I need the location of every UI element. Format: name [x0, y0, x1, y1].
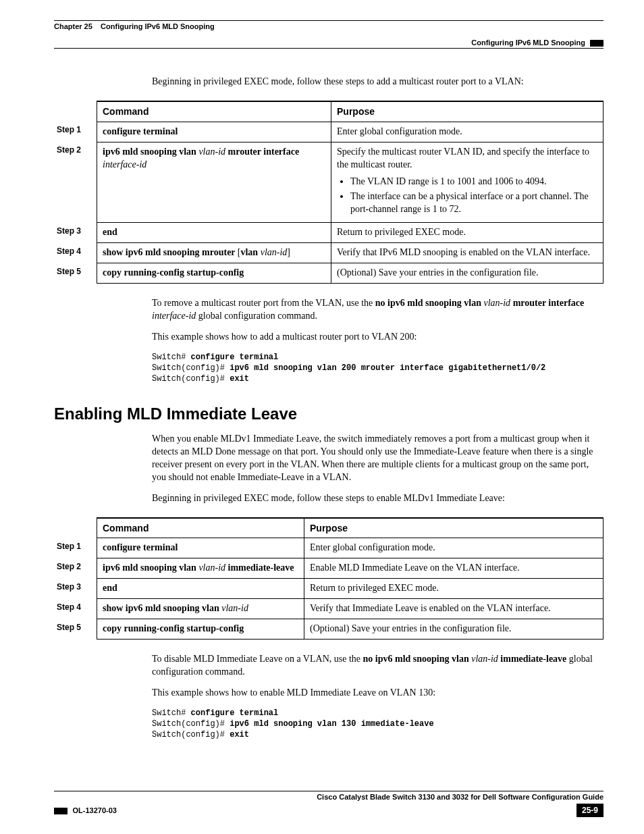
command-text: copy running-config startup-config [103, 267, 244, 278]
code-example-1: Switch# configure terminal Switch(config… [152, 352, 603, 385]
step-header-blank [54, 518, 97, 538]
table-row: Step 4 show ipv6 mld snooping mrouter [v… [54, 243, 603, 263]
command-text: copy running-config startup-config [103, 623, 244, 633]
code-prompt: Switch(config)# [152, 730, 230, 739]
intro-paragraph: Beginning in privileged EXEC mode, follo… [152, 492, 603, 505]
purpose-cell: Verify that IPv6 MLD snooping is enabled… [331, 243, 603, 263]
remove-paragraph: To remove a multicast router port from t… [152, 297, 603, 323]
bold-text: mrouter interface [513, 298, 585, 308]
after-table-1: To remove a multicast router port from t… [152, 297, 603, 384]
table-row: Step 2 ipv6 mld snooping vlan vlan-id im… [54, 558, 603, 579]
footer-guide-title: Cisco Catalyst Blade Switch 3130 and 303… [54, 793, 603, 801]
purpose-text: Specify the multicast router VLAN ID, an… [337, 147, 589, 170]
command-arg: vlan-id [221, 603, 248, 613]
command-arg: vlan-id [198, 563, 225, 573]
svg-rect-2 [54, 808, 58, 814]
purpose-cell: Enter global configuration mode. [331, 122, 603, 142]
command-text: mrouter interface [225, 147, 299, 157]
example-intro: This example shows how to add a multicas… [152, 331, 603, 344]
step-label: Step 3 [54, 579, 97, 599]
page-footer: Cisco Catalyst Blade Switch 3130 and 303… [54, 791, 603, 817]
italic-text: vlan-id [469, 654, 501, 664]
command-cell: copy running-config startup-config [97, 263, 331, 284]
top-rule [54, 20, 603, 21]
chapter-title: Configuring IPv6 MLD Snooping [101, 22, 215, 30]
bold-text: no ipv6 mld snooping vlan [375, 298, 481, 308]
intro-text-2: When you enable MLDv1 Immediate Leave, t… [152, 433, 603, 504]
section-marker-icon [590, 40, 603, 47]
command-arg: vlan-id [261, 247, 288, 257]
footer-rule [54, 791, 603, 791]
purpose-cell: (Optional) Save your entries in the conf… [331, 263, 603, 284]
footer-doc-number: OL-13270-03 [73, 806, 117, 814]
footer-left: OL-13270-03 [54, 805, 117, 816]
table-row: Step 3 end Return to privileged EXEC mod… [54, 223, 603, 243]
code-command: ipv6 mld snooping vlan 200 mrouter inter… [230, 363, 545, 373]
bold-text: no ipv6 mld snooping vlan [363, 654, 469, 664]
command-text: configure terminal [103, 542, 178, 552]
table-row: Step 4 show ipv6 mld snooping vlan vlan-… [54, 599, 603, 619]
code-command: exit [230, 374, 249, 384]
svg-rect-1 [599, 40, 603, 47]
step-label: Step 2 [54, 558, 97, 579]
bullet-list: The VLAN ID range is 1 to 1001 and 1006 … [337, 176, 597, 217]
table-header-purpose: Purpose [331, 101, 603, 122]
step-label: Step 3 [54, 223, 97, 243]
command-cell: ipv6 mld snooping vlan vlan-id immediate… [97, 558, 304, 579]
command-arg: vlan-id [198, 147, 225, 157]
footer-marker-icon [54, 808, 68, 814]
command-cell: copy running-config startup-config [97, 619, 304, 640]
intro-paragraph: When you enable MLDv1 Immediate Leave, t… [152, 433, 603, 484]
step-label: Step 2 [54, 142, 97, 222]
code-command: configure terminal [191, 353, 279, 362]
chapter-line: Chapter 25 Configuring IPv6 MLD Snooping [54, 22, 603, 30]
code-prompt: Switch(config)# [152, 374, 230, 384]
list-item: The interface can be a physical interfac… [350, 190, 597, 216]
command-table-2: Command Purpose Step 1 configure termina… [54, 517, 603, 640]
command-table-1: Command Purpose Step 1 configure termina… [54, 101, 603, 284]
command-text: vlan [240, 247, 260, 257]
step-label: Step 4 [54, 243, 97, 263]
svg-rect-0 [590, 40, 599, 47]
command-text: configure terminal [103, 126, 178, 136]
command-cell: configure terminal [97, 122, 331, 142]
code-command: ipv6 mld snooping vlan 130 immediate-lea… [230, 719, 433, 729]
purpose-cell: Return to privileged EXEC mode. [304, 579, 603, 599]
table-row: Step 2 ipv6 mld snooping vlan vlan-id mr… [54, 142, 603, 222]
step-label: Step 1 [54, 538, 97, 558]
code-example-2: Switch# configure terminal Switch(config… [152, 708, 603, 741]
code-command: configure terminal [191, 708, 279, 718]
step-header-blank [54, 101, 97, 122]
command-cell: show ipv6 mld snooping mrouter [vlan vla… [97, 243, 331, 263]
disable-paragraph: To disable MLD Immediate Leave on a VLAN… [152, 653, 603, 679]
purpose-cell: Enter global configuration mode. [304, 538, 603, 558]
command-text: show ipv6 mld snooping mrouter [103, 247, 238, 257]
svg-rect-3 [58, 808, 68, 814]
table-row: Step 1 configure terminal Enter global c… [54, 122, 603, 142]
table-row: Step 3 end Return to privileged EXEC mod… [54, 579, 603, 599]
page-number-badge: 25-9 [576, 804, 603, 817]
chapter-label: Chapter 25 [54, 22, 92, 30]
table-row: Step 5 copy running-config startup-confi… [54, 619, 603, 640]
footer-bottom-row: OL-13270-03 25-9 [54, 804, 603, 817]
intro-paragraph: Beginning in privileged EXEC mode, follo… [152, 76, 603, 88]
step-label: Step 4 [54, 599, 97, 619]
purpose-cell: Enable MLD Immediate Leave on the VLAN i… [304, 558, 603, 579]
table-row: Step 1 configure terminal Enter global c… [54, 538, 603, 558]
step-label: Step 5 [54, 619, 97, 640]
purpose-cell: Return to privileged EXEC mode. [331, 223, 603, 243]
command-text: end [103, 583, 117, 593]
command-text: show ipv6 mld snooping vlan [103, 603, 221, 613]
command-text: ipv6 mld snooping vlan [103, 147, 198, 157]
code-command: exit [230, 730, 249, 739]
example-intro: This example shows how to enable MLD Imm… [152, 687, 603, 700]
table-header-command: Command [97, 518, 304, 538]
list-item: The VLAN ID range is 1 to 1001 and 1006 … [350, 176, 597, 188]
table-header-purpose: Purpose [304, 518, 603, 538]
intro-text-1: Beginning in privileged EXEC mode, follo… [152, 76, 603, 88]
page: Chapter 25 Configuring IPv6 MLD Snooping… [0, 0, 644, 834]
table-row: Step 5 copy running-config startup-confi… [54, 263, 603, 284]
command-cell: show ipv6 mld snooping vlan vlan-id [97, 599, 304, 619]
purpose-cell: Verify that Immediate Leave is enabled o… [304, 599, 603, 619]
command-arg: interface-id [103, 159, 146, 170]
